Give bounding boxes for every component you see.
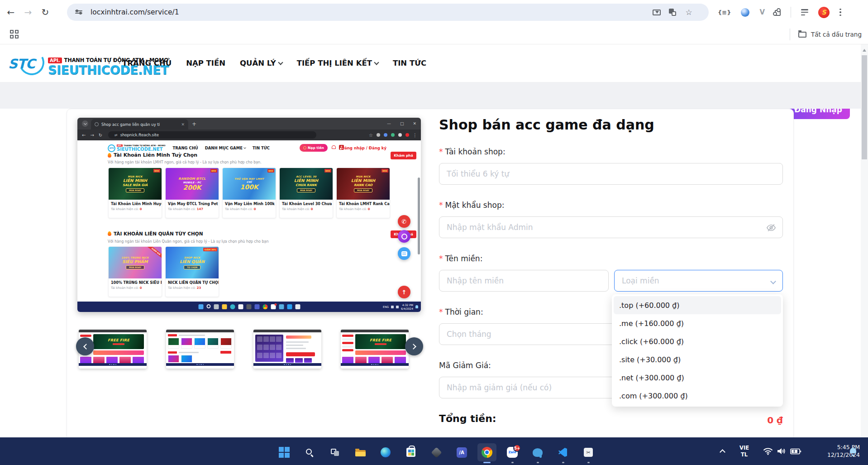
vscode-icon[interactable] (553, 443, 572, 461)
back-icon: ← (82, 133, 86, 138)
search-button[interactable] (300, 443, 319, 461)
new-badge: NEW (210, 169, 218, 173)
bookmark-star-icon[interactable]: ☆ (684, 8, 693, 17)
via-browser-icon[interactable]: /A (452, 443, 471, 461)
profile-avatar[interactable]: S (818, 7, 830, 18)
all-bookmarks-label[interactable]: Tất cả dấu trang (811, 31, 862, 38)
product-card: 100% TRÚNG NICK SIÊU PHẨM MUA NGAY GIẢM … (108, 246, 162, 297)
system-tray-status[interactable] (763, 437, 801, 465)
close-icon: ✕ (413, 121, 416, 126)
toolbar-divider (791, 7, 791, 18)
forward-icon[interactable]: → (22, 6, 34, 19)
preview-thumbnail-4[interactable]: FREE FIRE (341, 330, 409, 369)
browser-toolbar: ← → ↻ locxinhtrai.com/service/1 ☆ {≡} V … (0, 0, 868, 24)
account-input[interactable]: Tối thiểu 6 ký tự (439, 163, 783, 185)
microsoft-store-icon[interactable] (401, 443, 420, 461)
site-header: STC API. THANH TOÁN TỰ ĐỘNG ATM - MOMO S… (0, 44, 868, 82)
scrollbar-thumb[interactable] (862, 55, 867, 159)
nav-quan-ly[interactable]: QUẢN LÝ (240, 59, 282, 67)
product-card: MUA NICK LIÊN MINH RANK CAO MUA NGAY NEW… (336, 168, 390, 218)
preview-address-bar: ⇄ shopnick.fteach.site (108, 131, 316, 139)
domain-label: *Tên miền: (439, 253, 482, 264)
install-app-icon[interactable] (653, 10, 661, 15)
topup-button: Nạp tiền (300, 144, 328, 152)
language-indicator: ENG (383, 305, 389, 308)
dark-app-icon[interactable] (427, 443, 446, 461)
preview-tab: Shop acc game liên quân uy tí ✕ (91, 119, 188, 129)
product-banner: ACC LEVEL 30 LIÊN MINH CHƯA RANK MUA NGA… (280, 168, 333, 200)
domain-type-select[interactable]: Loại miền (614, 270, 783, 292)
tray-expand-button[interactable] (720, 437, 725, 465)
volume-icon (777, 447, 786, 455)
tab-search-icon (82, 120, 88, 127)
bookmarks-folder-icon[interactable] (798, 32, 806, 38)
dropdown-option-top[interactable]: .top (+60.000 ₫) (614, 296, 781, 314)
devtools-extension-icon[interactable]: {≡} (718, 9, 731, 16)
eye-invisible-icon[interactable] (766, 223, 776, 235)
chrome-icon[interactable] (477, 443, 496, 461)
site-info-icon[interactable] (75, 9, 82, 15)
password-input[interactable]: Nhập mật khẩu Admin (439, 216, 783, 238)
service-preview-image[interactable]: Shop acc game liên quân uy tí ✕ + —□✕ ← … (77, 118, 421, 312)
domain-name-input[interactable]: Nhập tên miền (439, 270, 609, 292)
carousel-prev-button[interactable] (76, 337, 94, 355)
page-scrollbar[interactable] (861, 44, 868, 437)
preview-toolbar: ← → ↻ ⇄ shopnick.fteach.site ☆ ⋮ (77, 129, 421, 140)
dropdown-option-net[interactable]: .net (+300.000 ₫) (614, 369, 781, 387)
preview-taskbar: ENG 4:32 PM 6/4/2024 (77, 302, 421, 312)
battery-icon (790, 448, 801, 455)
reading-list-icon[interactable] (801, 9, 808, 15)
preview-thumbnail-2[interactable] (166, 330, 234, 369)
input-language-switcher[interactable]: VIETL (739, 437, 749, 465)
snipping-tool-icon[interactable]: ✂ (579, 443, 598, 461)
start-button[interactable] (275, 443, 294, 461)
page-title: Shop bán acc game đa dạng (439, 117, 783, 133)
clock: 4:32 PM 6/4/2024 (401, 303, 413, 310)
notification-bell-icon (415, 305, 418, 308)
dropdown-option-me[interactable]: .me (+160.000 ₫) (614, 314, 781, 332)
dropdown-option-site[interactable]: .site (+30.000 ₫) (614, 350, 781, 369)
discount-badge: GIẢM 30% (203, 248, 217, 251)
vue-extension-icon[interactable]: V (759, 8, 765, 16)
nav-trang-chu[interactable]: TRANG CHỦ (122, 59, 172, 67)
notification-bell-icon[interactable] (850, 437, 857, 465)
section-heading: TÀI KHOẢN LIÊN QUÂN TÙY CHỌN (114, 231, 203, 236)
site-info-icon: ⇄ (114, 133, 118, 137)
scroll-top-button: ↑ (398, 286, 410, 298)
stc-logo-mark: STC (108, 144, 115, 152)
translate-icon[interactable] (669, 9, 676, 16)
product-card: MUA NICK LIÊN MINH SALE NỬA GIÁ MUA NGAY… (108, 168, 162, 218)
api-badge: API. (48, 58, 62, 63)
edge-icon[interactable] (376, 443, 395, 461)
nav-nap-tien[interactable]: NẠP TIỀN (186, 59, 225, 67)
address-bar[interactable]: locxinhtrai.com/service/1 ☆ (67, 4, 709, 21)
file-explorer-icon[interactable] (351, 443, 370, 461)
globe-icon (95, 122, 99, 126)
dropdown-option-com[interactable]: .com (+300.000 ₫) (614, 387, 781, 405)
nav-tiep-thi[interactable]: TIẾP THỊ LIÊN KẾT (297, 59, 378, 67)
window-controls: —□✕ (387, 118, 416, 129)
password-label: *Mật khẩu shop: (439, 199, 504, 211)
preview-page: STC API. THANH TOÁN TỰ ĐỘNG ATM - MOMO S… (77, 140, 421, 302)
url-text[interactable]: locxinhtrai.com/service/1 (91, 8, 179, 16)
carousel-next-button[interactable] (405, 337, 423, 355)
new-badge: NEW (382, 169, 389, 173)
zalo-icon[interactable]: Zalo5+ (503, 443, 522, 461)
dropdown-option-click[interactable]: .click (+60.000 ₫) (614, 332, 781, 350)
apps-grid-icon[interactable] (10, 30, 19, 39)
bookmarks-bar: Tất cả dấu trang (0, 24, 868, 44)
postgres-icon[interactable] (528, 443, 547, 461)
product-banner: THỬ VẬN MAY LMHT CHỈ 100K NEW (223, 168, 276, 200)
close-tab-icon: ✕ (181, 122, 185, 127)
task-view-button[interactable] (325, 443, 344, 461)
brand-name: SIEUTHICODE.NET (117, 147, 166, 152)
extensions-puzzle-icon[interactable] (775, 10, 781, 16)
back-icon[interactable]: ← (5, 6, 17, 19)
reload-icon[interactable]: ↻ (39, 6, 52, 19)
scrollbar-up-icon[interactable] (863, 47, 866, 52)
nav-tin-tuc[interactable]: TIN TỨC (393, 59, 426, 67)
globe-extension-icon[interactable] (741, 8, 749, 17)
stc-logo-mark: STC (7, 49, 46, 76)
preview-thumbnail-3[interactable] (253, 330, 321, 369)
browser-menu-icon[interactable] (839, 9, 841, 16)
